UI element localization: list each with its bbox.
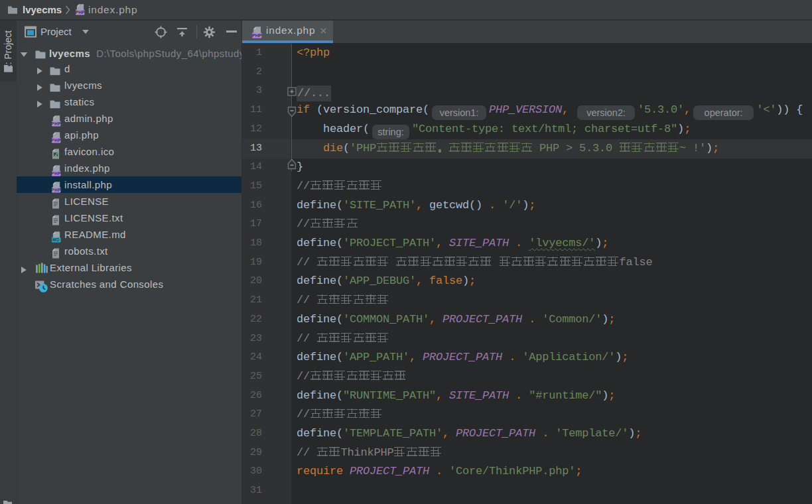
svg-text:PHP: PHP (51, 171, 61, 176)
svg-text:PHP: PHP (51, 121, 61, 126)
svg-text:MD: MD (52, 237, 60, 242)
svg-text:PHP: PHP (252, 33, 262, 38)
svg-text:PHP: PHP (51, 138, 61, 143)
svg-text:PHP: PHP (76, 10, 85, 15)
svg-text:PHP: PHP (51, 188, 61, 192)
